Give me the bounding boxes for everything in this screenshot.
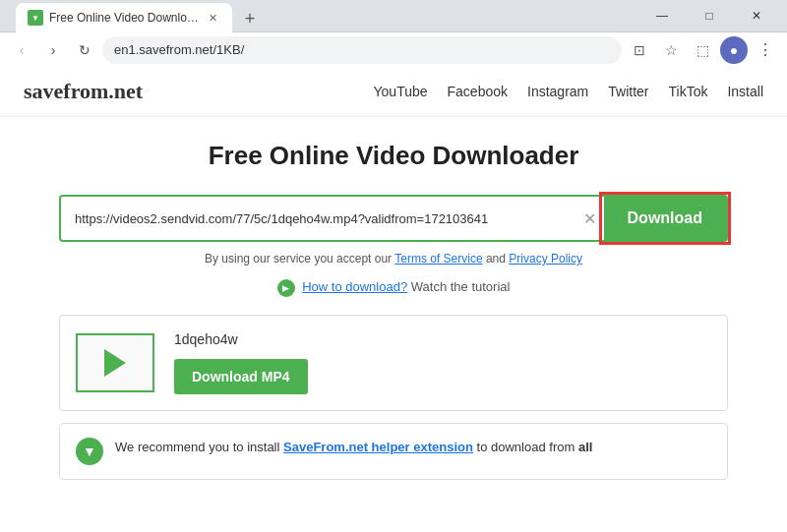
download-button[interactable]: Download bbox=[604, 197, 726, 240]
minimize-button[interactable]: — bbox=[639, 0, 685, 31]
video-thumbnail bbox=[76, 333, 154, 392]
tab-title: Free Online Video Downloader bbox=[49, 11, 199, 25]
window-controls: — □ ✕ bbox=[639, 0, 779, 31]
play-triangle-icon bbox=[104, 349, 126, 377]
terms-text: By using our service you accept our Term… bbox=[59, 252, 728, 266]
video-name: 1dqeho4w bbox=[174, 331, 711, 347]
menu-button[interactable]: ⋮ bbox=[752, 36, 779, 64]
reload-button[interactable]: ↻ bbox=[71, 36, 98, 64]
nav-tiktok[interactable]: TikTok bbox=[668, 84, 707, 99]
tab-favicon bbox=[28, 10, 43, 26]
terms-of-service-link[interactable]: Terms of Service bbox=[394, 252, 482, 266]
privacy-policy-link[interactable]: Privacy Policy bbox=[509, 252, 582, 266]
recommend-banner: ▼ We recommend you to install SaveFrom.n… bbox=[59, 423, 728, 480]
tab-bar: Free Online Video Downloader ✕ + bbox=[8, 0, 272, 32]
download-form: ✕ Download bbox=[59, 195, 728, 242]
nav-facebook[interactable]: Facebook bbox=[448, 84, 508, 99]
tab-close-button[interactable]: ✕ bbox=[205, 10, 220, 26]
nav-instagram[interactable]: Instagram bbox=[527, 84, 588, 99]
site-nav: YouTube Facebook Instagram Twitter TikTo… bbox=[374, 84, 764, 99]
terms-and: and bbox=[486, 252, 506, 266]
extensions-icon[interactable]: ⬚ bbox=[689, 36, 716, 64]
maximize-button[interactable]: □ bbox=[687, 0, 732, 31]
close-button[interactable]: ✕ bbox=[734, 0, 779, 31]
url-input[interactable] bbox=[102, 36, 622, 64]
cast-icon[interactable]: ⊡ bbox=[626, 36, 653, 64]
site-logo: savefrom.net bbox=[24, 79, 143, 104]
nav-twitter[interactable]: Twitter bbox=[608, 84, 648, 99]
main-content: Free Online Video Downloader ✕ Download … bbox=[0, 117, 787, 499]
page-content: savefrom.net YouTube Facebook Instagram … bbox=[0, 67, 787, 499]
play-icon bbox=[277, 279, 295, 297]
forward-button[interactable]: › bbox=[39, 36, 67, 64]
how-to-link[interactable]: How to download? bbox=[302, 279, 407, 294]
nav-youtube[interactable]: YouTube bbox=[374, 84, 428, 99]
nav-install[interactable]: Install bbox=[727, 84, 763, 99]
helper-extension-link[interactable]: SaveFrom.net helper extension bbox=[283, 440, 473, 454]
watch-tutorial-text: Watch the tutorial bbox=[411, 279, 511, 294]
page-title: Free Online Video Downloader bbox=[59, 141, 728, 171]
result-card: 1dqeho4w Download MP4 bbox=[59, 315, 728, 411]
profile-icon[interactable]: ● bbox=[720, 36, 748, 64]
how-to-section: How to download? Watch the tutorial bbox=[59, 279, 728, 297]
active-tab[interactable]: Free Online Video Downloader ✕ bbox=[16, 3, 232, 32]
address-bar: ‹ › ↻ ⊡ ☆ ⬚ ● ⋮ bbox=[0, 31, 787, 67]
site-header: savefrom.net YouTube Facebook Instagram … bbox=[0, 67, 787, 117]
recommend-all-text: all bbox=[578, 440, 592, 454]
video-url-input[interactable] bbox=[61, 200, 575, 238]
recommend-text: We recommend you to install SaveFrom.net… bbox=[115, 438, 592, 457]
savefrom-icon: ▼ bbox=[76, 438, 103, 465]
new-tab-button[interactable]: + bbox=[236, 5, 264, 32]
title-bar: Free Online Video Downloader ✕ + — □ ✕ bbox=[0, 0, 787, 31]
clear-input-button[interactable]: ✕ bbox=[575, 209, 604, 228]
browser-chrome: Free Online Video Downloader ✕ + — □ ✕ ‹… bbox=[0, 0, 787, 67]
download-mp4-button[interactable]: Download MP4 bbox=[174, 359, 308, 394]
bookmark-icon[interactable]: ☆ bbox=[657, 36, 685, 64]
terms-prefix: By using our service you accept our bbox=[205, 252, 392, 266]
back-button[interactable]: ‹ bbox=[8, 36, 35, 64]
address-bar-icons: ⊡ ☆ ⬚ ● ⋮ bbox=[626, 36, 779, 64]
video-info: 1dqeho4w Download MP4 bbox=[174, 331, 711, 394]
